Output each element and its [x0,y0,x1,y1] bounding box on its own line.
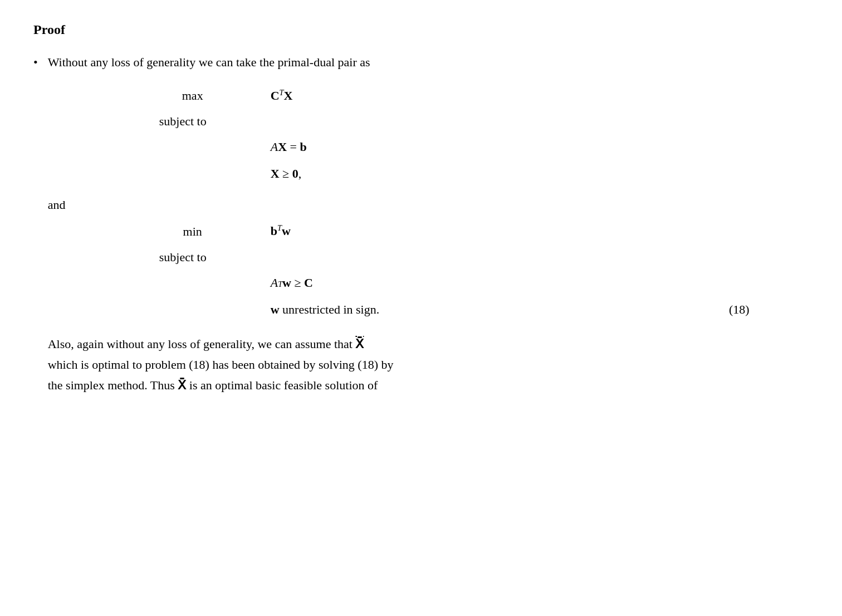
primal-subject-to: subject to [159,114,207,129]
primal-obj-X: X [284,89,293,102]
xbar-1: X̄ [355,337,364,351]
dual-constraint-1: ATw ≥ C [271,276,750,290]
bullet-point: • [33,55,38,70]
C-bold: C [304,276,313,290]
w-unrestricted: w unrestricted in sign. [271,302,380,317]
proof-heading: Proof [33,22,797,37]
dual-subject-to: subject to [159,250,207,265]
dual-block: min bTw subject to ATw ≥ C w unrestricte… [159,223,797,316]
dual-min-row: min bTw [159,223,291,238]
dual-obj-b: b [271,224,277,238]
page-content: Proof • Without any loss of generality w… [33,22,797,407]
w-bold: w [282,276,291,290]
dual-obj-w: w [282,224,291,238]
dual-sup-T2: T [278,280,282,289]
equation-number: (18) [729,302,750,317]
b-bold: b [300,140,306,154]
X-bold-2: X [271,167,280,181]
primal-objective: CTX [271,88,293,103]
AT-italic: A [271,276,278,290]
primal-label: max [159,89,226,103]
comma: , [298,167,302,181]
dual-label: min [159,224,226,239]
X-bold: X [278,140,287,154]
xbar-2: X̄ [178,378,186,392]
dual-constraint-2: w unrestricted in sign. (18) [271,302,750,317]
primal-subject-label: subject to [159,114,207,128]
intro-text: Without any loss of generality we can ta… [48,53,797,71]
bullet-content: Without any loss of generality we can ta… [48,53,797,396]
dual-objective: bTw [271,223,291,238]
A-italic: A [271,140,278,154]
geq-zero: ≥ [280,167,292,181]
primal-sup-T: T [280,88,284,97]
primal-constraints: AX = b X ≥ 0, [271,140,307,187]
primal-obj-C: C [271,89,280,102]
dual-sup-T: T [277,223,282,232]
zero-bold: 0 [292,167,298,181]
and-text: and [48,198,797,212]
primal-constraint-1: AX = b [271,140,307,154]
dual-constraints: ATw ≥ C w unrestricted in sign. (18) [271,276,750,317]
also-text: Also, again without any loss of generali… [48,334,797,396]
geq-C: ≥ [291,276,304,290]
primal-block: max CTX subject to AX = b X ≥ 0, [159,88,797,187]
primal-constraint-2: X ≥ 0, [271,167,307,181]
dual-subject-label: subject to [159,250,207,264]
bullet-section: • Without any loss of generality we can … [33,53,797,396]
primal-max-row: max CTX [159,88,293,103]
equals-b: = [287,140,300,154]
